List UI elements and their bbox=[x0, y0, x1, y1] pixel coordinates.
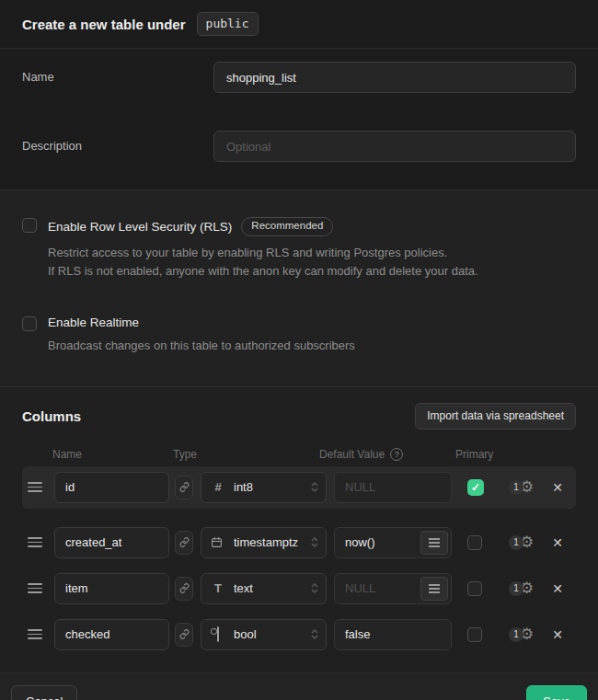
rls-checkbox[interactable] bbox=[22, 218, 37, 233]
description-label: Description bbox=[22, 131, 213, 153]
remove-column-icon[interactable]: ✕ bbox=[552, 481, 563, 494]
hash-icon: # bbox=[211, 480, 225, 494]
columns-section: Columns Import data via spreadsheet Name… bbox=[0, 387, 598, 672]
column-row: bool 1 ⚙ ✕ bbox=[22, 614, 576, 656]
default-value-menu-button[interactable] bbox=[420, 531, 448, 555]
link-icon bbox=[179, 482, 190, 492]
primary-checkbox[interactable] bbox=[467, 627, 482, 642]
chevron-updown-icon bbox=[311, 537, 318, 547]
chevron-updown-icon bbox=[311, 583, 318, 593]
link-icon bbox=[179, 629, 190, 639]
header-name: Name bbox=[52, 448, 173, 461]
columns-grid-headers: Name Type Default Value ? Primary bbox=[22, 448, 576, 461]
column-name-input[interactable] bbox=[54, 573, 169, 604]
drag-handle-icon[interactable] bbox=[28, 583, 42, 593]
realtime-description: Broadcast changes on this table to autho… bbox=[48, 337, 355, 355]
remove-column-icon[interactable]: ✕ bbox=[552, 582, 563, 595]
rls-description: Restrict access to your table by enablin… bbox=[48, 244, 478, 281]
settings-count-badge: 1 bbox=[509, 535, 523, 550]
drag-handle-icon[interactable] bbox=[28, 482, 42, 492]
schema-badge: public bbox=[197, 12, 259, 36]
settings-count-badge: 1 bbox=[509, 627, 523, 642]
calendar-icon bbox=[211, 536, 225, 548]
name-field-row: Name bbox=[22, 62, 576, 93]
column-type-select[interactable]: # int8 bbox=[201, 472, 327, 503]
foreign-key-link-button[interactable] bbox=[175, 531, 193, 555]
column-row: # int8 ✓ 1 ⚙ ✕ bbox=[22, 466, 576, 509]
import-spreadsheet-button[interactable]: Import data via spreadsheet bbox=[415, 403, 576, 430]
column-name-input[interactable] bbox=[54, 527, 169, 558]
realtime-block: Enable Realtime Broadcast changes on thi… bbox=[22, 316, 576, 355]
cancel-button[interactable]: Cancel bbox=[11, 685, 77, 700]
default-value-menu-button[interactable] bbox=[420, 577, 448, 601]
chevron-updown-icon bbox=[311, 629, 318, 639]
panel-title: Create a new table under bbox=[22, 17, 186, 32]
settings-count-badge: 1 bbox=[509, 480, 523, 495]
description-field-row: Description bbox=[22, 131, 576, 162]
link-icon bbox=[179, 583, 190, 593]
panel-header: Create a new table under public bbox=[0, 0, 598, 49]
table-description-input[interactable] bbox=[213, 131, 576, 162]
primary-checkbox[interactable] bbox=[467, 581, 482, 596]
column-name-input[interactable] bbox=[54, 619, 169, 650]
foreign-key-link-button[interactable] bbox=[175, 577, 193, 601]
list-icon bbox=[429, 538, 440, 547]
header-primary: Primary bbox=[455, 448, 493, 461]
text-icon: T bbox=[211, 581, 225, 595]
default-value-input[interactable] bbox=[334, 472, 452, 503]
remove-column-icon[interactable]: ✕ bbox=[552, 536, 563, 549]
recommended-badge: Recommended bbox=[241, 217, 333, 236]
realtime-label: Enable Realtime bbox=[48, 316, 139, 329]
table-name-input[interactable] bbox=[213, 62, 576, 93]
column-type-select[interactable]: timestamptz bbox=[201, 527, 327, 558]
drag-handle-icon[interactable] bbox=[28, 629, 42, 639]
column-type-select[interactable]: T text bbox=[201, 573, 327, 604]
column-row: T text 1 ⚙ ✕ bbox=[22, 568, 576, 610]
header-default-value: Default Value bbox=[319, 448, 385, 461]
name-label: Name bbox=[22, 62, 213, 84]
drag-handle-icon[interactable] bbox=[28, 537, 42, 547]
column-type-select[interactable]: bool bbox=[201, 619, 327, 650]
table-meta-section: Name Description bbox=[0, 49, 598, 190]
save-button[interactable]: Save bbox=[526, 685, 587, 700]
help-icon[interactable]: ? bbox=[390, 448, 403, 461]
chevron-updown-icon bbox=[311, 482, 318, 492]
foreign-key-link-button[interactable] bbox=[175, 623, 193, 647]
header-type: Type bbox=[173, 448, 319, 461]
create-table-panel: Create a new table under public Name Des… bbox=[0, 0, 598, 700]
list-icon bbox=[429, 584, 440, 593]
foreign-key-link-button[interactable] bbox=[175, 476, 193, 499]
column-name-input[interactable] bbox=[54, 472, 169, 503]
primary-checkbox[interactable] bbox=[467, 535, 482, 550]
default-value-input[interactable] bbox=[334, 619, 452, 650]
rls-label: Enable Row Level Security (RLS) bbox=[48, 220, 232, 234]
panel-footer: Cancel Save bbox=[0, 672, 598, 700]
link-icon bbox=[179, 537, 190, 547]
primary-checkbox[interactable]: ✓ bbox=[467, 479, 484, 496]
realtime-checkbox[interactable] bbox=[22, 316, 37, 331]
rls-block: Enable Row Level Security (RLS) Recommen… bbox=[22, 217, 576, 281]
toggle-icon bbox=[211, 627, 225, 641]
columns-title: Columns bbox=[22, 408, 81, 424]
remove-column-icon[interactable]: ✕ bbox=[552, 628, 563, 641]
settings-count-badge: 1 bbox=[509, 581, 523, 596]
column-row: timestamptz 1 ⚙ ✕ bbox=[22, 522, 576, 564]
table-options-section: Enable Row Level Security (RLS) Recommen… bbox=[0, 190, 598, 387]
